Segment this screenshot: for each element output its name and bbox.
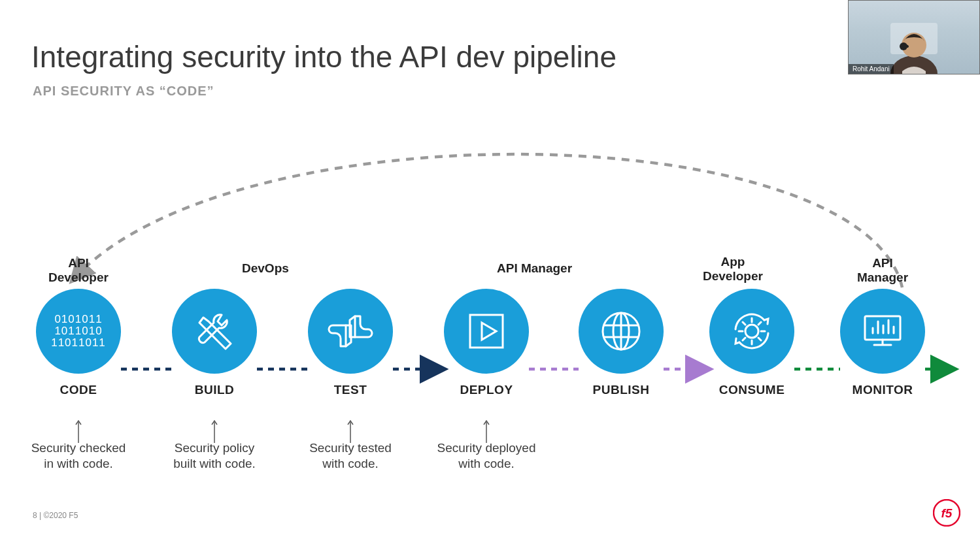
node-publish: PUBLISH [556,255,686,397]
role-label: API Manager [817,255,948,289]
code-icon: 0101011101101011011011 [36,289,121,374]
svg-point-10 [745,325,758,338]
annotation-text: Security tested with code. [285,440,416,472]
annotation-text: Security policy built with code. [149,440,280,472]
node-code: API Developer0101011101101011011011CODES… [13,255,144,472]
step-label: PUBLISH [556,383,686,397]
role-label [556,255,686,289]
step-label: BUILD [149,383,280,397]
step-label: MONITOR [817,383,948,397]
svg-text:f5: f5 [941,506,953,520]
test-icon [308,289,393,374]
deploy-icon [444,289,529,374]
svg-point-17 [900,42,907,50]
svg-text:1011010: 1011010 [54,325,102,337]
annotation-arrow-icon [346,418,355,444]
footer-text: 8 | ©2020 F5 [33,511,78,520]
annotation-text: Security checked in with code. [13,440,144,472]
pipeline-stage: API Developer0101011101101011011011CODES… [0,255,980,496]
role-api-manager: API Manager [497,261,572,276]
role-label [285,255,416,289]
presenter-name: Rohit Andani [849,64,894,74]
step-label: CODE [13,383,144,397]
node-monitor: API ManagerMONITOR [817,255,948,397]
node-deploy: DEPLOYSecurity deployed with code. [421,255,552,472]
role-label: API Developer [13,255,144,289]
svg-text:11011011: 11011011 [51,336,106,349]
annotation-arrow-icon [482,418,491,444]
step-label: CONSUME [686,383,817,397]
step-label: TEST [285,383,416,397]
monitor-icon [840,289,925,374]
annotation-arrow-icon [74,418,83,444]
publish-icon [579,289,664,374]
consume-icon [709,289,794,374]
presenter-webcam: Rohit Andani [848,0,980,74]
f5-logo-icon: f5 [933,499,960,527]
role-devops: DevOps [242,261,289,276]
role-app-developer: App Developer [703,255,763,284]
svg-text:0101011: 0101011 [54,313,102,325]
annotation-text: Security deployed with code. [421,440,552,472]
node-build: BUILDSecurity policy built with code. [149,255,280,472]
step-label: DEPLOY [421,383,552,397]
node-test: TESTSecurity tested with code. [285,255,416,472]
build-icon [172,289,257,374]
annotation-arrow-icon [210,418,219,444]
